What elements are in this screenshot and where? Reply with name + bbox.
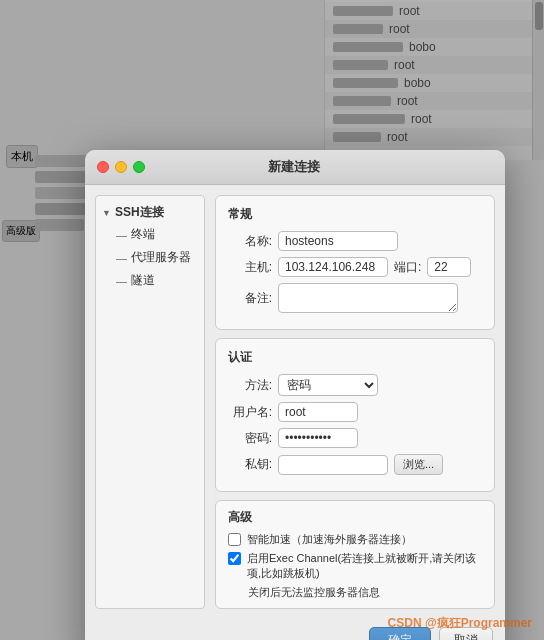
port-input[interactable] — [427, 257, 471, 277]
advanced-section: 高级 智能加速（加速海外服务器连接） 启用Exec Channel(若连接上就被… — [215, 500, 495, 609]
exec-channel-row: 启用Exec Channel(若连接上就被断开,请关闭该项,比如跳板机) — [228, 551, 482, 581]
host-label: 主机: — [228, 259, 272, 276]
advanced-section-title: 高级 — [228, 509, 482, 526]
password-input[interactable] — [278, 428, 358, 448]
name-row: 名称: — [228, 231, 482, 251]
new-connection-dialog: 新建连接 ▼ SSH连接 — 终端 — 代理服务器 — 隧道 — [85, 150, 505, 640]
tree-item-label: 终端 — [131, 226, 155, 243]
key-row: 私钥: 浏览... — [228, 454, 482, 475]
name-input[interactable] — [278, 231, 398, 251]
tree-item-label: 隧道 — [131, 272, 155, 289]
dialog-title: 新建连接 — [95, 158, 493, 176]
general-section-title: 常规 — [228, 206, 482, 223]
tree-item-label: 代理服务器 — [131, 249, 191, 266]
tree-root-label: SSH连接 — [115, 204, 164, 221]
dialog-body: ▼ SSH连接 — 终端 — 代理服务器 — 隧道 常规 名称: — [85, 185, 505, 619]
tree-expand-icon: ▼ — [102, 208, 111, 218]
tree-item-terminal[interactable]: — 终端 — [100, 223, 200, 246]
smart-accel-row: 智能加速（加速海外服务器连接） — [228, 532, 482, 547]
note-input[interactable] — [278, 283, 458, 313]
method-select[interactable]: 密码 公钥 键盘交互 — [278, 374, 378, 396]
close-note: 关闭后无法监控服务器信息 — [228, 585, 482, 600]
browse-button[interactable]: 浏览... — [394, 454, 443, 475]
watermark: CSDN @疯狂Programmer — [388, 615, 532, 632]
exec-channel-label: 启用Exec Channel(若连接上就被断开,请关闭该项,比如跳板机) — [247, 551, 482, 581]
note-label: 备注: — [228, 290, 272, 307]
key-label: 私钥: — [228, 456, 272, 473]
name-label: 名称: — [228, 233, 272, 250]
tree-item-icon: — — [116, 275, 127, 287]
port-label: 端口: — [394, 259, 421, 276]
smart-accel-label: 智能加速（加速海外服务器连接） — [247, 532, 412, 547]
host-input[interactable] — [278, 257, 388, 277]
tree-item-tunnel[interactable]: — 隧道 — [100, 269, 200, 292]
key-input[interactable] — [278, 455, 388, 475]
dialog-titlebar: 新建连接 — [85, 150, 505, 185]
general-section: 常规 名称: 主机: 端口: 备注: — [215, 195, 495, 330]
method-label: 方法: — [228, 377, 272, 394]
auth-section-title: 认证 — [228, 349, 482, 366]
method-row: 方法: 密码 公钥 键盘交互 — [228, 374, 482, 396]
tree-root-ssh[interactable]: ▼ SSH连接 — [100, 202, 200, 223]
user-label: 用户名: — [228, 404, 272, 421]
tree-item-proxy[interactable]: — 代理服务器 — [100, 246, 200, 269]
host-row: 主机: 端口: — [228, 257, 482, 277]
exec-channel-checkbox[interactable] — [228, 552, 241, 565]
tree-item-icon: — — [116, 229, 127, 241]
smart-accel-checkbox[interactable] — [228, 533, 241, 546]
form-panel: 常规 名称: 主机: 端口: 备注: 认证 — [215, 195, 495, 609]
password-row: 密码: — [228, 428, 482, 448]
note-row: 备注: — [228, 283, 482, 313]
connection-tree: ▼ SSH连接 — 终端 — 代理服务器 — 隧道 — [95, 195, 205, 609]
auth-section: 认证 方法: 密码 公钥 键盘交互 用户名: 密码: — [215, 338, 495, 492]
password-label: 密码: — [228, 430, 272, 447]
username-input[interactable] — [278, 402, 358, 422]
user-row: 用户名: — [228, 402, 482, 422]
tree-item-icon: — — [116, 252, 127, 264]
